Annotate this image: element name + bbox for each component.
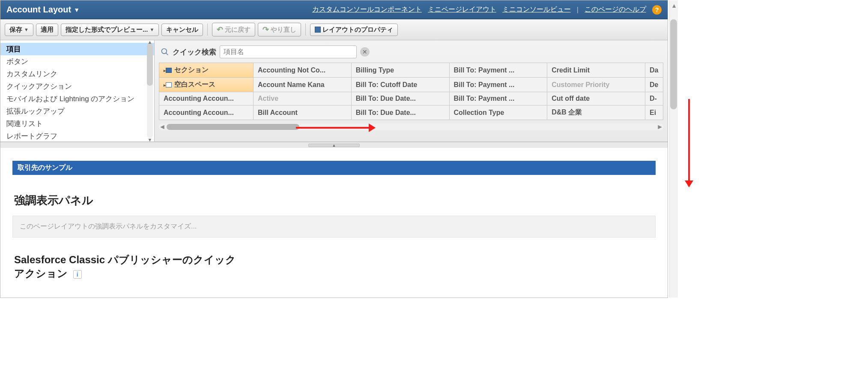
field-tile-label: Billing Type bbox=[356, 66, 394, 74]
field-tile[interactable]: Bill To: Due Date... bbox=[351, 92, 449, 105]
apply-button-label: 適用 bbox=[41, 26, 54, 34]
preview-as-button[interactable]: 指定した形式でプレビュー... ▼ bbox=[61, 24, 159, 36]
field-tile[interactable]: Collection Type bbox=[449, 105, 547, 120]
svg-line-1 bbox=[166, 53, 168, 55]
undo-icon: ↶ bbox=[217, 25, 223, 34]
field-tile[interactable]: Active bbox=[254, 92, 352, 105]
palette-hscroll-thumb[interactable] bbox=[167, 124, 299, 130]
header-links: カスタムコンソールコンポーネント ミニページレイアウト ミニコンソールビュー |… bbox=[312, 5, 662, 15]
sidebar-item[interactable]: レポートグラフ bbox=[0, 130, 154, 141]
field-tile-label: Bill To: Cutoff Date bbox=[356, 81, 418, 88]
field-tile-label: Bill Account bbox=[258, 109, 298, 116]
field-tile[interactable]: Bill Account bbox=[254, 105, 352, 120]
field-palette: クイック検索 ✕ ▸セクションAccounting Not Co...Billi… bbox=[155, 40, 668, 141]
field-tile[interactable]: Da bbox=[645, 63, 663, 78]
quick-find-input[interactable] bbox=[220, 45, 357, 58]
field-tile[interactable]: Cut off date bbox=[547, 92, 645, 105]
sidebar-scroll-up-icon[interactable]: ▲ bbox=[147, 39, 152, 45]
undo-button[interactable]: ↶ 元に戻す bbox=[212, 23, 255, 36]
field-tile-label: De bbox=[650, 81, 658, 88]
properties-icon bbox=[315, 27, 321, 33]
field-tile[interactable]: Accounting Accoun... bbox=[159, 92, 254, 105]
toolbar-separator bbox=[207, 24, 208, 36]
field-tile[interactable]: Bill To: Cutoff Date bbox=[351, 78, 449, 92]
field-tile-label: Accounting Not Co... bbox=[258, 66, 325, 74]
sidebar-item[interactable]: ボタン bbox=[0, 55, 154, 68]
redo-button[interactable]: ↷ やり直し bbox=[258, 23, 301, 36]
sidebar-item[interactable]: モバイルおよび Lightning のアクション bbox=[0, 93, 154, 105]
field-tile-label: Ei bbox=[650, 109, 656, 116]
field-tile[interactable]: Customer Priority bbox=[547, 78, 645, 92]
sidebar-item[interactable]: カスタムリンク bbox=[0, 68, 154, 80]
annotation-arrow-horizontal bbox=[296, 127, 369, 129]
grip-icon: ▲ bbox=[308, 144, 360, 147]
cancel-button-label: キャンセル bbox=[166, 26, 198, 34]
field-tile[interactable]: D- bbox=[645, 92, 663, 105]
header-bar: Account Layout ▼ カスタムコンソールコンポーネント ミニページレ… bbox=[0, 0, 668, 19]
save-button-label: 保存 bbox=[9, 26, 22, 34]
page-scrollbar-thumb[interactable] bbox=[670, 19, 677, 109]
highlight-panel-placeholder[interactable]: このページレイアウトの強調表示パネルをカスタマイズ... bbox=[12, 216, 656, 238]
chevron-down-icon: ▼ bbox=[149, 27, 154, 32]
chevron-down-icon: ▼ bbox=[24, 27, 29, 32]
field-tile[interactable]: Bill To: Due Date... bbox=[351, 105, 449, 120]
field-tile-label: Account Name Kana bbox=[258, 81, 325, 88]
apply-button[interactable]: 適用 bbox=[36, 24, 58, 36]
page-scroll-up-icon[interactable]: ▲ bbox=[671, 2, 677, 9]
sidebar-item[interactable]: 項目 bbox=[0, 43, 154, 55]
clear-search-icon[interactable]: ✕ bbox=[360, 47, 370, 57]
field-tile-label: Credit Limit bbox=[552, 66, 590, 74]
layout-title-dropdown[interactable]: Account Layout ▼ bbox=[6, 5, 80, 15]
field-tile-label: D- bbox=[650, 95, 657, 102]
svg-point-0 bbox=[162, 49, 167, 54]
field-tile[interactable]: Account Name Kana bbox=[254, 78, 352, 92]
field-tile-label: Accounting Accoun... bbox=[164, 95, 234, 102]
sidebar-item[interactable]: 拡張ルックアップ bbox=[0, 105, 154, 117]
save-button[interactable]: 保存 ▼ bbox=[5, 24, 33, 36]
field-tile[interactable]: Credit Limit bbox=[547, 63, 645, 78]
link-custom-console[interactable]: カスタムコンソールコンポーネント bbox=[312, 5, 422, 14]
chevron-down-icon: ▼ bbox=[74, 6, 80, 13]
help-icon[interactable]: ? bbox=[652, 5, 662, 15]
layout-properties-button[interactable]: レイアウトのプロパティ bbox=[310, 24, 398, 36]
field-tile-label: Da bbox=[650, 66, 658, 74]
cancel-button[interactable]: キャンセル bbox=[161, 24, 203, 36]
sidebar-item[interactable]: クイックアクション bbox=[0, 80, 154, 93]
palette-area: 項目ボタンカスタムリンククイックアクションモバイルおよび Lightning の… bbox=[0, 40, 668, 142]
field-tile[interactable]: Bill To: Payment ... bbox=[449, 92, 547, 105]
sidebar-scrollbar-thumb[interactable] bbox=[147, 43, 153, 86]
sample-record-header: 取引先のサンプル bbox=[12, 161, 656, 175]
field-tile[interactable]: De bbox=[645, 78, 663, 92]
field-tile[interactable]: D&B 企業 bbox=[547, 105, 645, 120]
redo-button-label: やり直し bbox=[271, 26, 296, 34]
section-icon bbox=[166, 68, 172, 73]
field-tile[interactable]: Ei bbox=[645, 105, 663, 120]
field-tile-label: Bill To: Payment ... bbox=[454, 81, 515, 88]
info-icon[interactable]: i bbox=[73, 270, 82, 279]
field-tile[interactable]: Bill To: Payment ... bbox=[449, 78, 547, 92]
hscroll-right-icon[interactable]: ► bbox=[656, 123, 663, 131]
link-mini-page-layout[interactable]: ミニページレイアウト bbox=[428, 5, 496, 14]
redo-icon: ↷ bbox=[262, 25, 269, 34]
palette-collapse-handle[interactable]: ▲ bbox=[0, 142, 668, 148]
field-tile[interactable]: Accounting Not Co... bbox=[254, 63, 352, 78]
field-tile[interactable]: Accounting Accoun... bbox=[159, 105, 254, 120]
link-page-help[interactable]: このページのヘルプ bbox=[585, 5, 646, 14]
layout-editor-window: Account Layout ▼ カスタムコンソールコンポーネント ミニページレ… bbox=[0, 0, 668, 298]
field-tile-label: セクション bbox=[174, 66, 209, 73]
field-tile[interactable]: Bill To: Payment ... bbox=[449, 63, 547, 78]
field-tile[interactable]: ▸セクション bbox=[159, 63, 254, 78]
hscroll-left-icon[interactable]: ◄ bbox=[159, 123, 166, 131]
field-tile[interactable]: ▸空白スペース bbox=[159, 78, 254, 92]
field-tile[interactable]: Billing Type bbox=[351, 63, 449, 78]
search-icon bbox=[161, 48, 169, 56]
field-tile-label: Customer Priority bbox=[552, 81, 609, 88]
link-mini-console-view[interactable]: ミニコンソールビュー bbox=[502, 5, 571, 14]
field-tile-label: Bill To: Payment ... bbox=[454, 66, 515, 74]
sidebar-item[interactable]: 関連リスト bbox=[0, 117, 154, 130]
palette-hscroll-track[interactable]: ◄ ► bbox=[159, 123, 663, 130]
undo-button-label: 元に戻す bbox=[225, 26, 251, 34]
classic-publisher-heading: Salesforce Classic パブリッシャーのクイック アクション i bbox=[14, 253, 656, 280]
field-tile-label: Bill To: Due Date... bbox=[356, 109, 416, 116]
sidebar-scroll-down-icon[interactable]: ▼ bbox=[147, 137, 152, 142]
